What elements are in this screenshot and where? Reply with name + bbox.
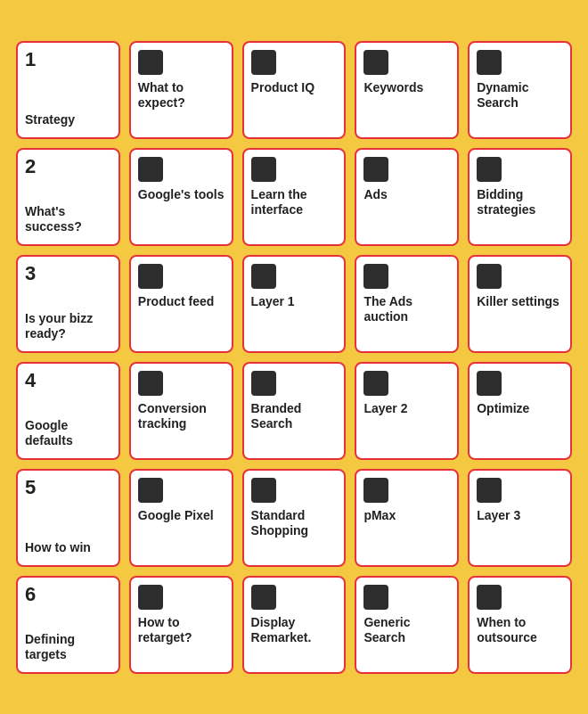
- row-number: 6: [25, 585, 36, 604]
- card-r2-c4[interactable]: Ads: [355, 148, 459, 246]
- card-r4-c2[interactable]: Conversion tracking: [129, 362, 233, 460]
- card-r5-c3[interactable]: Standard Shopping: [242, 469, 347, 567]
- card-r1-c5[interactable]: Dynamic Search: [468, 41, 572, 139]
- card-text: Standard Shopping: [251, 508, 338, 539]
- card-r6-c4[interactable]: Generic Search: [355, 576, 459, 674]
- card-icon: [363, 585, 388, 610]
- card-text: Learn the interface: [251, 187, 338, 218]
- card-r1-c4[interactable]: Keywords: [355, 41, 459, 139]
- card-text: What to expect?: [138, 80, 225, 111]
- card-text: How to retarget?: [138, 615, 225, 646]
- card-icon: [477, 264, 502, 289]
- card-icon: [251, 157, 276, 182]
- card-icon: [138, 50, 163, 75]
- card-text: Defining targets: [25, 632, 111, 663]
- card-text: Keywords: [363, 80, 423, 96]
- card-icon: [138, 371, 163, 396]
- card-r3-c2[interactable]: Product feed: [129, 255, 233, 353]
- card-text: Strategy: [25, 112, 75, 128]
- card-r4-c4[interactable]: Layer 2: [355, 362, 459, 460]
- card-text: Product feed: [138, 294, 215, 310]
- row-number: 2: [25, 157, 36, 176]
- card-r4-c5[interactable]: Optimize: [468, 362, 572, 460]
- card-icon: [363, 371, 388, 396]
- card-text: Branded Search: [251, 401, 338, 432]
- card-text: Google's tools: [138, 187, 225, 203]
- card-text: Product IQ: [251, 80, 315, 96]
- card-icon: [477, 157, 502, 182]
- card-r3-c4[interactable]: The Ads auction: [355, 255, 459, 353]
- card-text: Is your bizz ready?: [25, 311, 111, 342]
- card-text: Conversion tracking: [138, 401, 225, 432]
- card-r4-c3[interactable]: Branded Search: [242, 362, 347, 460]
- card-r4-c1[interactable]: 4Google defaults: [16, 362, 120, 460]
- card-text: Killer settings: [477, 294, 559, 310]
- card-text: Optimize: [477, 401, 529, 417]
- card-r5-c4[interactable]: pMax: [355, 469, 459, 567]
- card-r2-c3[interactable]: Learn the interface: [242, 148, 347, 246]
- card-icon: [363, 157, 388, 182]
- card-icon: [251, 50, 276, 75]
- main-grid: 1StrategyWhat to expect?Product IQKeywor…: [0, 25, 588, 690]
- card-r2-c5[interactable]: Bidding strategies: [468, 148, 572, 246]
- card-r3-c1[interactable]: 3Is your bizz ready?: [16, 255, 120, 353]
- card-r6-c5[interactable]: When to outsource: [468, 576, 572, 674]
- card-icon: [138, 264, 163, 289]
- row-number: 3: [25, 264, 36, 283]
- card-text: Layer 3: [477, 508, 520, 524]
- card-icon: [138, 157, 163, 182]
- card-r1-c1[interactable]: 1Strategy: [16, 41, 120, 139]
- card-icon: [251, 585, 276, 610]
- row-number: 1: [25, 50, 36, 70]
- card-text: Dynamic Search: [477, 80, 563, 111]
- card-text: When to outsource: [477, 615, 563, 646]
- card-icon: [251, 264, 276, 289]
- card-text: The Ads auction: [363, 294, 450, 325]
- card-text: Layer 1: [251, 294, 295, 310]
- card-icon: [363, 264, 388, 289]
- card-r2-c1[interactable]: 2What's success?: [16, 148, 120, 246]
- card-r5-c1[interactable]: 5How to win: [16, 469, 120, 567]
- card-r5-c2[interactable]: Google Pixel: [129, 469, 233, 567]
- card-r3-c3[interactable]: Layer 1: [242, 255, 347, 353]
- card-text: Google Pixel: [138, 508, 214, 524]
- card-icon: [477, 585, 502, 610]
- card-text: What's success?: [25, 204, 111, 235]
- card-r3-c5[interactable]: Killer settings: [468, 255, 572, 353]
- card-text: Google defaults: [25, 418, 111, 449]
- card-r1-c2[interactable]: What to expect?: [129, 41, 233, 139]
- card-r2-c2[interactable]: Google's tools: [129, 148, 233, 246]
- row-number: 5: [25, 478, 36, 497]
- card-icon: [138, 585, 163, 610]
- card-r1-c3[interactable]: Product IQ: [242, 41, 347, 139]
- card-icon: [477, 50, 502, 75]
- card-text: How to win: [25, 540, 91, 556]
- row-number: 4: [25, 371, 36, 390]
- card-r6-c1[interactable]: 6Defining targets: [16, 576, 120, 674]
- card-r6-c2[interactable]: How to retarget?: [129, 576, 233, 674]
- card-text: pMax: [363, 508, 396, 524]
- card-icon: [363, 50, 388, 75]
- card-text: Bidding strategies: [477, 187, 563, 218]
- card-text: Display Remarket.: [251, 615, 338, 646]
- card-text: Ads: [363, 187, 387, 203]
- card-text: Generic Search: [363, 615, 450, 646]
- card-icon: [251, 371, 276, 396]
- card-icon: [138, 478, 163, 503]
- card-icon: [477, 371, 502, 396]
- card-r6-c3[interactable]: Display Remarket.: [242, 576, 347, 674]
- card-icon: [363, 478, 388, 503]
- card-icon: [477, 478, 502, 503]
- card-text: Layer 2: [363, 401, 407, 417]
- card-icon: [251, 478, 276, 503]
- card-r5-c5[interactable]: Layer 3: [468, 469, 572, 567]
